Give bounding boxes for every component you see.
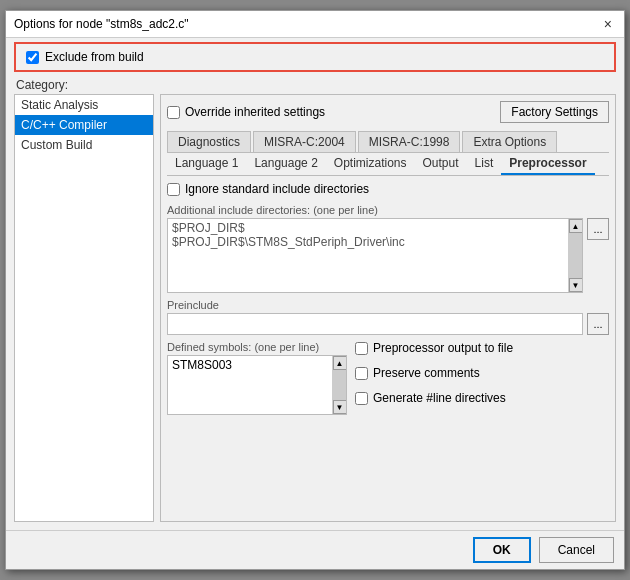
include-dirs-area: $PROJ_DIR$ $PROJ_DIR$\STM8S_StdPeriph_Dr…	[167, 218, 583, 293]
preinclude-input[interactable]	[167, 313, 583, 335]
sym-scroll-up[interactable]: ▲	[333, 356, 347, 370]
ignore-std-label: Ignore standard include directories	[185, 182, 369, 196]
sym-scroll-down[interactable]: ▼	[333, 400, 347, 414]
tab-extra-options[interactable]: Extra Options	[462, 131, 557, 152]
cancel-button[interactable]: Cancel	[539, 537, 614, 563]
tab-output[interactable]: Output	[415, 153, 467, 175]
preprocessor-output-checkbox[interactable]	[355, 342, 368, 355]
tab-misra1998[interactable]: MISRA-C:1998	[358, 131, 461, 152]
override-checkbox[interactable]	[167, 106, 180, 119]
scroll-up-arrow[interactable]: ▲	[569, 219, 583, 233]
scroll-thumb[interactable]	[569, 233, 583, 278]
top-bar: Override inherited settings Factory Sett…	[167, 101, 609, 123]
exclude-checkbox[interactable]	[26, 51, 39, 64]
symbols-box: Defined symbols: (one per line) STM8S003…	[167, 341, 347, 415]
include-dirs-ellipsis-button[interactable]: ...	[587, 218, 609, 240]
preprocessor-output-label: Preprocessor output to file	[373, 341, 513, 355]
right-options: Preprocessor output to file Preserve com…	[355, 341, 513, 415]
category-label: Category:	[6, 76, 624, 94]
preinclude-ellipsis-button[interactable]: ...	[587, 313, 609, 335]
close-button[interactable]: ×	[600, 17, 616, 31]
preserve-comments-checkbox[interactable]	[355, 367, 368, 380]
symbols-scroll-area: STM8S003 ▲ ▼	[167, 355, 347, 415]
include-area-wrapper: $PROJ_DIR$ $PROJ_DIR$\STM8S_StdPeriph_Dr…	[167, 218, 609, 293]
generate-line-checkbox[interactable]	[355, 392, 368, 405]
tab-language2[interactable]: Language 2	[246, 153, 325, 175]
preprocessor-output-row: Preprocessor output to file	[355, 341, 513, 355]
preinclude-label: Preinclude	[167, 299, 609, 311]
include-scrollbar[interactable]: ▲ ▼	[568, 219, 582, 292]
content-panel: Override inherited settings Factory Sett…	[160, 94, 616, 522]
generate-line-row: Generate #line directives	[355, 391, 513, 405]
ignore-std-row: Ignore standard include directories	[167, 182, 609, 196]
generate-line-label: Generate #line directives	[373, 391, 506, 405]
factory-settings-button[interactable]: Factory Settings	[500, 101, 609, 123]
symbols-area-row: STM8S003 ▲ ▼	[167, 355, 347, 415]
dialog-title: Options for node "stm8s_adc2.c"	[14, 17, 189, 31]
tab-misra2004[interactable]: MISRA-C:2004	[253, 131, 356, 152]
exclude-row: Exclude from build	[14, 42, 616, 72]
tab-optimizations[interactable]: Optimizations	[326, 153, 415, 175]
tab-diagnostics[interactable]: Diagnostics	[167, 131, 251, 152]
tab-preprocessor[interactable]: Preprocessor	[501, 153, 594, 175]
sidebar-item-static-analysis[interactable]: Static Analysis	[15, 95, 153, 115]
tab-language1[interactable]: Language 1	[167, 153, 246, 175]
include-dirs-textarea[interactable]: $PROJ_DIR$ $PROJ_DIR$\STM8S_StdPeriph_Dr…	[168, 219, 568, 292]
defined-symbols-label: Defined symbols: (one per line)	[167, 341, 347, 353]
title-bar: Options for node "stm8s_adc2.c" ×	[6, 11, 624, 38]
tabs-row2: Language 1 Language 2 Optimizations Outp…	[167, 153, 609, 176]
override-label: Override inherited settings	[185, 105, 325, 119]
defined-symbols-textarea[interactable]: STM8S003	[168, 356, 332, 414]
exclude-label: Exclude from build	[45, 50, 144, 64]
ok-button[interactable]: OK	[473, 537, 531, 563]
tabs-row1: Diagnostics MISRA-C:2004 MISRA-C:1998 Ex…	[167, 131, 609, 153]
dialog-footer: OK Cancel	[6, 530, 624, 569]
include-dirs-label: Additional include directories: (one per…	[167, 204, 609, 216]
sym-scroll-thumb[interactable]	[333, 370, 347, 400]
options-dialog: Options for node "stm8s_adc2.c" × Exclud…	[5, 10, 625, 570]
ignore-std-checkbox[interactable]	[167, 183, 180, 196]
sidebar-item-cpp-compiler[interactable]: C/C++ Compiler	[15, 115, 153, 135]
sidebar: Static Analysis C/C++ Compiler Custom Bu…	[14, 94, 154, 522]
preinclude-row: ...	[167, 313, 609, 335]
override-row: Override inherited settings	[167, 105, 325, 119]
scroll-down-arrow[interactable]: ▼	[569, 278, 583, 292]
preserve-comments-label: Preserve comments	[373, 366, 480, 380]
sidebar-item-custom-build[interactable]: Custom Build	[15, 135, 153, 155]
preprocessor-content: Ignore standard include directories Addi…	[167, 182, 609, 415]
tab-list[interactable]: List	[467, 153, 502, 175]
preserve-comments-row: Preserve comments	[355, 366, 513, 380]
main-area: Static Analysis C/C++ Compiler Custom Bu…	[6, 94, 624, 530]
bottom-section: Defined symbols: (one per line) STM8S003…	[167, 341, 609, 415]
preinclude-section: Preinclude ...	[167, 299, 609, 335]
symbols-scrollbar[interactable]: ▲ ▼	[332, 356, 346, 414]
